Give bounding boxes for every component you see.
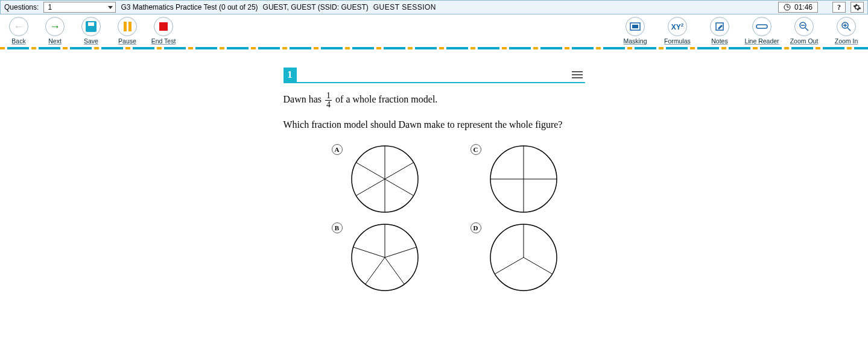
choice-c-label: C [470,144,481,155]
line-reader-button[interactable]: Line Reader [745,17,779,45]
save-icon [86,21,97,32]
fraction: 14 [325,92,332,109]
svg-line-28 [365,257,384,285]
svg-line-19 [356,179,385,196]
toolbar: ← Back → Next Save Pause End Test [0,14,868,47]
arrow-right-icon: → [49,20,60,33]
zoom-in-button[interactable]: Zoom In [829,17,863,45]
notes-icon [715,22,724,31]
timer-display: 01:46 [778,2,818,13]
choice-d[interactable]: D [470,221,585,294]
pause-label: Pause [118,37,136,45]
end-label: End Test [151,37,176,45]
choice-a-figure [349,143,421,215]
masking-button[interactable]: Masking [618,17,652,45]
question-header: 1 [284,68,585,83]
pause-button[interactable]: Pause [113,17,141,45]
line-reader-label: Line Reader [744,37,779,45]
back-button[interactable]: ← Back [5,17,33,45]
svg-line-33 [495,257,524,274]
choice-b-label: B [332,222,343,233]
question-dropdown[interactable]: 1 [43,2,116,13]
timer-value: 01:46 [794,3,813,11]
choice-d-label: D [470,222,481,233]
gear-icon [853,3,861,11]
svg-line-20 [356,163,385,180]
next-label: Next [48,37,62,45]
test-title: G3 Mathematics Practice Test (0 out of 2… [121,3,258,11]
fraction-denominator: 4 [325,101,332,109]
question-stem: Dawn has 14 of a whole fraction model. W… [284,92,585,132]
next-button[interactable]: → Next [41,17,69,45]
choice-a-label: A [332,144,343,155]
svg-line-32 [524,257,553,274]
svg-line-16 [385,163,414,180]
session-label: GUEST SESSION [373,3,436,11]
choice-c[interactable]: C [470,143,585,215]
choice-a[interactable]: A [332,143,446,215]
svg-line-17 [385,179,414,196]
stop-icon [159,22,168,31]
end-test-button[interactable]: End Test [150,17,177,45]
question-area: 1 Dawn has 14 of a whole fraction model.… [0,49,868,306]
questions-label: Questions: [4,3,39,11]
zoom-in-icon [841,21,852,32]
pause-icon [124,22,131,31]
svg-line-27 [385,257,404,285]
save-button[interactable]: Save [77,17,105,45]
question-prompt: Which fraction model should Dawn make to… [284,119,563,130]
user-info: GUEST, GUEST (SSID: GUEST) [263,3,369,11]
save-label: Save [84,37,98,45]
help-button[interactable]: ? [832,2,846,13]
line-reader-icon [756,23,768,30]
back-label: Back [11,37,25,45]
formula-icon: XY2 [671,22,683,31]
answer-choices: A C [284,143,585,294]
current-question-number: 1 [48,3,52,11]
svg-line-9 [805,28,808,31]
question-number-badge: 1 [284,68,297,82]
masking-label: Masking [623,37,647,45]
zoom-in-label: Zoom In [835,37,858,45]
svg-line-13 [847,28,851,31]
notes-button[interactable]: Notes [703,17,737,45]
choice-c-figure [487,143,560,215]
settings-button[interactable] [851,2,864,13]
svg-line-26 [385,247,416,257]
svg-line-29 [353,247,384,257]
formulas-label: Formulas [664,37,691,45]
fraction-numerator: 1 [325,92,332,101]
stem-pre: Dawn has [284,94,325,104]
choice-b-figure [349,221,421,294]
clock-icon [784,4,791,11]
choice-d-figure [487,221,560,294]
arrow-left-icon: ← [13,20,24,33]
question-menu-button[interactable] [569,69,585,81]
stem-post: of a whole fraction model. [333,94,437,104]
zoom-out-label: Zoom Out [790,37,819,45]
test-header: Questions: 1 G3 Mathematics Practice Tes… [0,0,868,14]
formulas-button[interactable]: XY2 Formulas [661,17,694,45]
hamburger-icon [572,71,583,72]
choice-b[interactable]: B [332,221,446,294]
zoom-out-icon [799,21,809,32]
svg-rect-6 [756,25,767,28]
zoom-out-button[interactable]: Zoom Out [787,17,821,45]
notes-label: Notes [711,37,727,45]
masking-icon [630,22,641,31]
help-icon: ? [837,3,841,12]
chevron-down-icon [108,6,113,9]
svg-rect-4 [632,25,638,28]
